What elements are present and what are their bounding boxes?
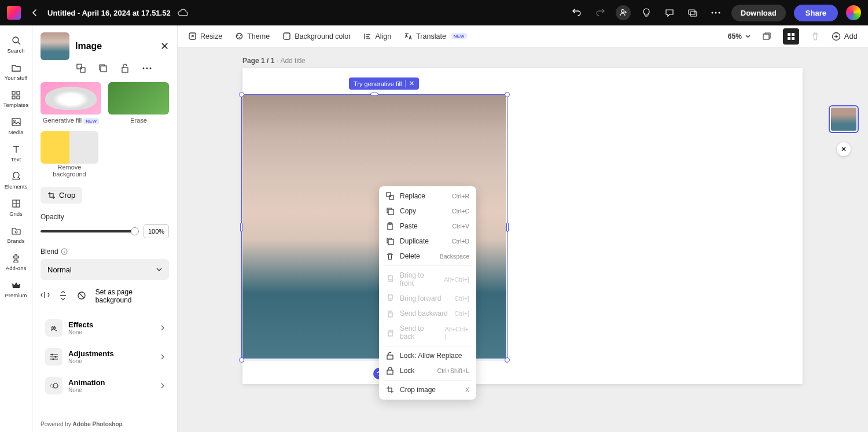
page-info[interactable]: Page 1 / 1 - Add title (242, 57, 306, 65)
close-thumbs-button[interactable]: ✕ (837, 142, 851, 156)
present-icon[interactable] (685, 5, 700, 20)
comment-icon[interactable] (662, 5, 677, 20)
rail-addons[interactable]: Add-ons (1, 249, 31, 275)
undo-button[interactable] (569, 5, 584, 20)
svg-rect-36 (763, 34, 769, 39)
ctx-replace[interactable]: ReplaceCtrl+R (379, 189, 476, 204)
svg-rect-51 (388, 332, 392, 336)
svg-point-32 (237, 35, 238, 36)
ctx-lock-open[interactable]: Lock: Allow Replace (379, 348, 476, 363)
effects-accordion[interactable]: fx EffectsNone (41, 313, 169, 342)
rail-grids[interactable]: Grids (1, 194, 31, 220)
rail-brands[interactable]: Brands (1, 221, 31, 248)
svg-rect-52 (387, 355, 393, 359)
zoom-dropdown[interactable]: 65% (728, 32, 751, 40)
powered-by: Powered by Adobe Photoshop (41, 421, 123, 427)
remove-bg-button[interactable]: Remove background (41, 131, 98, 178)
lightbulb-icon[interactable] (639, 5, 654, 20)
animation-accordion[interactable]: AnimationNone (41, 371, 169, 400)
no-icon[interactable] (77, 291, 87, 301)
ctx-crop[interactable]: Crop imageX (379, 382, 476, 397)
rail-your-stuff[interactable]: Your stuff (1, 58, 31, 84)
blend-select[interactable]: Normal (41, 259, 169, 280)
theme-button[interactable]: Theme (235, 32, 270, 40)
ctx-copy[interactable]: CopyCtrl+C (379, 204, 476, 219)
ctx-delete[interactable]: DeleteBackspace (379, 249, 476, 264)
close-panel-button[interactable]: ✕ (160, 40, 169, 53)
app-logo[interactable] (7, 6, 21, 20)
rail-label: Add-ons (6, 265, 26, 271)
set-page-bg-button[interactable]: Set as page background (95, 288, 169, 304)
svg-point-33 (240, 35, 241, 36)
svg-point-6 (13, 37, 19, 43)
delete-page-icon[interactable] (807, 28, 823, 45)
crop-button[interactable]: Crop (41, 187, 82, 204)
ctx-lock[interactable]: LockCtrl+Shift+L (379, 363, 476, 378)
ctx-paste[interactable]: PasteCtrl+V (379, 219, 476, 234)
svg-text:fx: fx (51, 326, 56, 331)
svg-point-14 (15, 231, 17, 233)
gen-fill-thumb (41, 82, 101, 115)
page-thumbnail[interactable] (829, 105, 859, 133)
svg-rect-47 (388, 239, 393, 245)
more-icon[interactable] (708, 5, 723, 20)
rail-label: Elements (5, 183, 28, 190)
replace-icon[interactable] (75, 62, 87, 74)
selected-thumb (41, 32, 69, 60)
rail-text[interactable]: Text (1, 140, 31, 166)
more-icon[interactable] (141, 62, 153, 74)
panel-title: Image (75, 41, 160, 51)
opacity-value[interactable]: 100% (144, 224, 169, 238)
svg-rect-10 (17, 96, 20, 99)
info-icon[interactable] (61, 248, 68, 255)
rail-label: Grids (9, 211, 23, 217)
slider-handle[interactable] (131, 227, 139, 235)
rail-elements[interactable]: Elements (1, 167, 31, 193)
canvas-area[interactable]: Page 1 / 1 - Add title Try generative fi… (178, 47, 868, 432)
svg-point-5 (718, 12, 720, 14)
resize-button[interactable]: Resize (188, 32, 222, 40)
rail-media[interactable]: Media (1, 113, 31, 139)
copy-icon[interactable] (97, 62, 109, 74)
invite-button[interactable] (616, 5, 631, 20)
rail-premium[interactable]: Premium (1, 276, 31, 302)
rail-label: Text (11, 156, 21, 163)
rail-search[interactable]: Search (1, 31, 31, 57)
unlock-icon[interactable] (119, 62, 131, 74)
opacity-slider[interactable] (41, 230, 138, 232)
try-gen-fill-pill[interactable]: Try generative fill✕ (349, 77, 419, 90)
add-page-button[interactable]: Add (832, 32, 858, 41)
elements-icon (10, 171, 22, 182)
document-title[interactable]: Untitled - April 16, 2024 at 17.51.52 (47, 9, 171, 17)
pages-icon[interactable] (759, 28, 775, 45)
download-button[interactable]: Download (731, 5, 786, 21)
user-avatar[interactable] (846, 5, 861, 20)
flip-v-icon[interactable] (59, 291, 69, 301)
cloud-sync-icon[interactable] (178, 9, 188, 17)
svg-point-27 (53, 359, 54, 360)
flip-h-icon[interactable] (41, 291, 51, 301)
animation-icon (45, 377, 62, 394)
rail-templates[interactable]: Templates (1, 86, 31, 112)
erase-button[interactable]: Erase (108, 82, 169, 124)
adjustments-accordion[interactable]: AdjustmentsNone (41, 342, 169, 371)
svg-rect-11 (12, 119, 20, 125)
bg-color-button[interactable]: Background color (282, 32, 351, 40)
page-canvas[interactable] (242, 68, 803, 384)
svg-rect-49 (388, 295, 392, 299)
new-badge: NEW (83, 118, 99, 124)
redo-button[interactable] (593, 5, 608, 20)
align-button[interactable]: Align (363, 32, 391, 40)
share-button[interactable]: Share (794, 5, 838, 21)
translate-button[interactable]: TranslateNEW (404, 32, 466, 40)
new-badge: NEW (451, 33, 467, 39)
back-button[interactable] (28, 6, 42, 20)
ctx-backward: Send backwardCtrl+[ (379, 306, 476, 321)
ctx-duplicate[interactable]: DuplicateCtrl+D (379, 234, 476, 249)
svg-point-34 (239, 37, 240, 38)
generative-fill-button[interactable]: Generative fillNEW (41, 82, 101, 124)
svg-point-20 (146, 68, 148, 69)
grid-view-icon[interactable] (783, 28, 799, 45)
svg-rect-50 (388, 313, 392, 317)
close-pill-icon[interactable]: ✕ (405, 80, 414, 87)
